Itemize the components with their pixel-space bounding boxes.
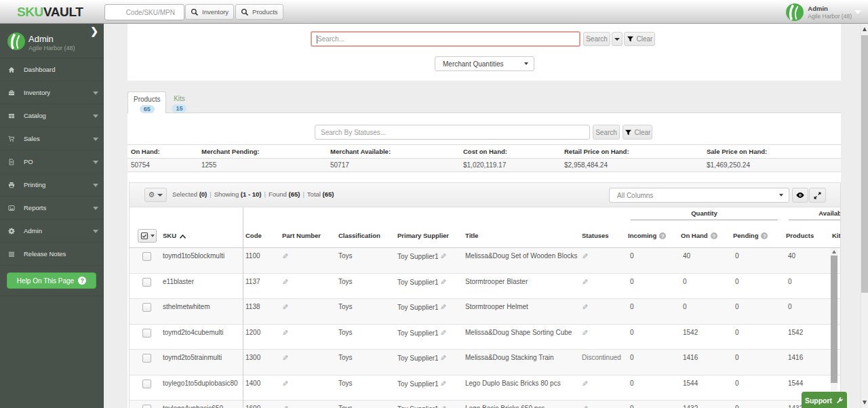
grid-settings-button[interactable]: ⚙ [144, 188, 167, 202]
edit-pencil-icon[interactable]: ✎ [440, 252, 446, 261]
table-row[interactable]: sthelmetwhitem 1138 ✎ Toys Toy Supplier1… [130, 299, 841, 325]
edit-pencil-icon[interactable]: ✎ [440, 278, 446, 287]
row-checkbox[interactable] [142, 380, 151, 388]
row-checkbox[interactable] [142, 303, 151, 312]
fullscreen-button[interactable] [809, 188, 826, 203]
scroll-down-arrow-icon[interactable] [863, 401, 867, 405]
visibility-button[interactable] [792, 188, 808, 203]
chevron-down-icon [93, 207, 98, 210]
column-header-incoming[interactable]: Incoming? [625, 220, 678, 247]
sidebar-item-dashboard[interactable]: Dashboard [0, 58, 104, 81]
edit-pencil-icon[interactable]: ✎ [282, 278, 288, 287]
sidebar-item-po[interactable]: PO [0, 150, 104, 174]
edit-pencil-icon[interactable]: ✎ [282, 329, 288, 338]
edit-pencil-icon[interactable]: ✎ [282, 303, 288, 312]
edit-pencil-icon[interactable]: ✎ [440, 380, 446, 388]
sidebar-item-printing[interactable]: Printing [0, 174, 104, 197]
sidebar-item-sales[interactable]: Sales [0, 127, 104, 150]
search-options-dropdown-button[interactable] [612, 32, 623, 46]
column-header-kits[interactable]: Kits [829, 220, 841, 247]
main-search-input[interactable]: Search... [311, 31, 580, 47]
column-header-part-number[interactable]: Part Number [279, 220, 336, 247]
edit-pencil-icon[interactable]: ✎ [282, 354, 288, 363]
edit-pencil-icon[interactable]: ✎ [582, 278, 588, 287]
topbar-search-button-products[interactable]: Products [235, 4, 283, 20]
edit-pencil-icon[interactable]: ✎ [582, 252, 588, 261]
sidebar-item-reports[interactable]: Reports [0, 197, 104, 220]
cell-title: Stormtrooper Helmet [462, 299, 579, 324]
edit-pencil-icon[interactable]: ✎ [582, 329, 588, 338]
table-row[interactable]: e11blaster 1137 ✎ Toys Toy Supplier1 ✎ S… [130, 274, 841, 300]
tab-kits[interactable]: Kits 15 [166, 91, 192, 113]
quantity-mode-select[interactable]: Merchant Quantities [435, 56, 534, 71]
edit-pencil-icon[interactable]: ✎ [440, 329, 446, 338]
sidebar-item-release-notes[interactable]: Release Notes [0, 243, 104, 266]
table-row[interactable]: toylego1to5duplobasic80 1400 ✎ Toys Toy … [130, 375, 841, 401]
edit-pencil-icon[interactable]: ✎ [282, 380, 288, 388]
page-scrollbar-thumb[interactable] [861, 35, 868, 293]
help-on-this-page-button[interactable]: Help On This Page ? [7, 272, 96, 289]
cell-pending: 0 [730, 401, 783, 408]
search-button[interactable]: Search [583, 32, 610, 46]
column-header-on-hand[interactable]: On Hand? [678, 220, 730, 247]
page-scrollbar[interactable] [861, 24, 868, 408]
row-checkbox[interactable] [142, 405, 151, 408]
clear-button[interactable]: Clear [624, 32, 655, 46]
edit-pencil-icon[interactable]: ✎ [440, 354, 446, 363]
column-header-classification[interactable]: Classification [336, 220, 395, 247]
sidebar-item-catalog[interactable]: Catalog [0, 104, 104, 127]
column-header-sku[interactable]: SKU [160, 220, 243, 247]
column-header-code[interactable]: Code [243, 220, 279, 247]
user-menu[interactable]: Admin Agile Harbor (48) [786, 3, 861, 21]
column-header-pending[interactable]: Pending? [730, 220, 783, 247]
edit-pencil-icon[interactable]: ✎ [282, 252, 288, 261]
table-row[interactable]: toymd1to5blockmulti 1100 ✎ Toys Toy Supp… [130, 248, 841, 274]
select-all-dropdown-button[interactable] [138, 229, 157, 243]
row-checkbox[interactable] [142, 329, 151, 338]
table-row[interactable]: toymd2to5trainmulti 1300 ✎ Toys Toy Supp… [130, 350, 841, 375]
sidebar-item-admin[interactable]: Admin [0, 220, 104, 243]
support-button[interactable]: Support [802, 392, 847, 408]
edit-pencil-icon[interactable]: ✎ [582, 380, 588, 388]
edit-pencil-icon[interactable]: ✎ [440, 405, 446, 408]
cell-pending: 0 [730, 274, 783, 299]
row-checkbox[interactable] [142, 278, 151, 287]
row-checkbox[interactable] [142, 354, 151, 363]
showing-label: Showing [214, 190, 239, 198]
header-select-all[interactable] [130, 220, 160, 247]
table-row[interactable]: toymd2to4cubemulti 1200 ✎ Toys Toy Suppl… [130, 325, 841, 350]
edit-pencil-icon[interactable]: ✎ [582, 405, 588, 408]
topbar-search-button-inventory[interactable]: Inventory [185, 4, 234, 20]
status-search-input[interactable] [315, 125, 590, 140]
edit-pencil-icon[interactable]: ✎ [582, 303, 588, 312]
tab-products[interactable]: Products 65 [127, 91, 166, 113]
columns-select[interactable]: All Columns [609, 188, 789, 203]
quick-search-input[interactable] [104, 4, 184, 20]
scroll-up-arrow-icon[interactable] [832, 250, 836, 253]
edit-pencil-icon[interactable]: ✎ [440, 303, 446, 312]
grid-vertical-scrollbar[interactable] [831, 248, 837, 408]
sidebar-collapse-arrow[interactable]: ❯ [90, 26, 98, 37]
skuvault-logo[interactable]: SKUVAULT [17, 5, 83, 20]
grid-scrollbar-thumb[interactable] [831, 256, 837, 383]
cell-part-number: ✎ [279, 375, 336, 401]
column-header-title[interactable]: Title [462, 220, 579, 247]
scroll-up-arrow-icon[interactable] [863, 27, 867, 31]
cell-title: Stormtrooper Blaster [462, 274, 579, 299]
cell-primary-supplier-wrap: Toy Supplier1 ✎ [395, 299, 462, 324]
table-row[interactable]: toylego4upbasic650 1600 ✎ Toys Toy Suppl… [130, 401, 841, 408]
row-checkbox[interactable] [142, 252, 151, 261]
status-clear-button[interactable]: Clear [623, 125, 652, 140]
caret-down-icon [614, 38, 620, 41]
total-label: Total [307, 190, 321, 198]
sidebar-item-inventory[interactable]: Inventory [0, 81, 104, 104]
help-circle-icon: ? [659, 232, 666, 239]
tab-count-badge: 15 [172, 104, 186, 113]
cell-primary-supplier-wrap: Toy Supplier1 ✎ [395, 248, 462, 273]
column-header-products[interactable]: Products [783, 220, 829, 247]
column-header-statuses[interactable]: Statuses [579, 220, 625, 247]
logo-sku: SKU [17, 5, 43, 19]
column-header-primary-supplier[interactable]: Primary Supplier [395, 220, 462, 247]
edit-pencil-icon[interactable]: ✎ [282, 405, 288, 408]
status-search-button[interactable]: Search [593, 125, 620, 140]
